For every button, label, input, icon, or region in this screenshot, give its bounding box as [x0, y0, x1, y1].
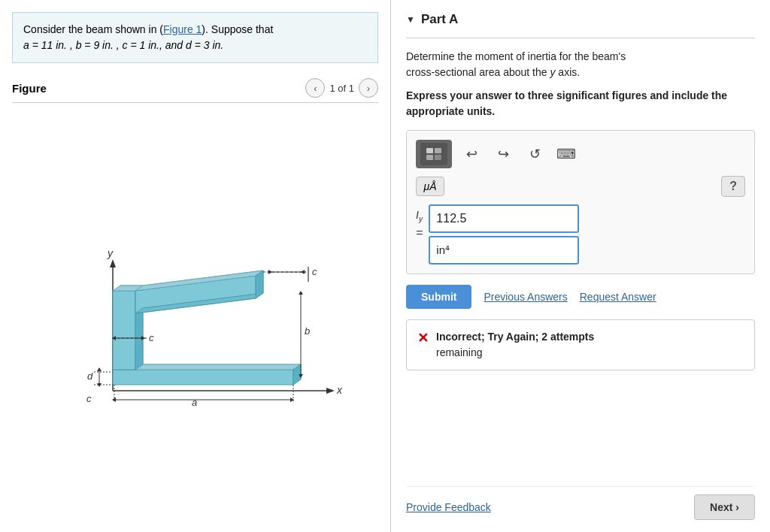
svg-rect-50 [435, 155, 441, 160]
svg-marker-24 [301, 270, 305, 274]
svg-marker-36 [97, 367, 102, 371]
svg-marker-1 [110, 259, 116, 268]
input-row: Iy = [416, 204, 745, 264]
svg-marker-3 [326, 388, 335, 394]
svg-rect-47 [426, 148, 433, 153]
svg-text:y: y [107, 247, 114, 259]
action-row: Submit Previous Answers Request Answer [406, 285, 755, 309]
svg-marker-23 [268, 270, 272, 274]
answer-box: ↩ ↪ ↺ ⌨ μÅ ? Iy = [406, 130, 755, 274]
figure-area: Figure ‹ 1 of 1 › y x [12, 71, 378, 520]
mu-button[interactable]: μÅ [416, 177, 444, 196]
previous-answers-link[interactable]: Previous Answers [484, 291, 567, 303]
feedback-box: ✕ Incorrect; Try Again; 2 attempts remai… [406, 319, 755, 370]
next-button[interactable]: Next › [694, 494, 755, 520]
figure-nav: ‹ 1 of 1 › [305, 78, 378, 98]
reset-icon[interactable]: ↺ [523, 142, 547, 166]
svg-text:c: c [149, 332, 154, 343]
equals-sign: = [416, 223, 423, 240]
svg-rect-48 [435, 148, 441, 153]
figure-divider [12, 102, 378, 103]
keyboard-icon[interactable]: ⌨ [554, 142, 578, 166]
provide-feedback-link[interactable]: Provide Feedback [406, 501, 491, 513]
svg-text:d: d [87, 370, 93, 382]
answer-input[interactable] [429, 204, 579, 233]
figure-next-button[interactable]: › [359, 78, 378, 98]
feedback-text: Incorrect; Try Again; 2 attempts remaini… [436, 329, 594, 361]
svg-text:b: b [305, 325, 310, 337]
svg-marker-7 [113, 370, 293, 385]
problem-text-after: ). Suppose that [202, 23, 273, 35]
inputs-col [429, 204, 579, 264]
figure-link[interactable]: Figure 1 [163, 23, 202, 35]
units-input[interactable] [429, 236, 579, 264]
math-values: a = 11 in. , b = 9 in. , c = 1 in., and … [23, 39, 223, 51]
svg-text:x: x [336, 384, 343, 396]
undo-icon[interactable]: ↩ [459, 142, 484, 166]
svg-marker-18 [256, 271, 263, 298]
svg-rect-49 [426, 155, 433, 160]
figure-canvas: y x [12, 110, 378, 520]
bottom-bar: Provide Feedback Next › [406, 486, 755, 520]
figure-header: Figure ‹ 1 of 1 › [12, 78, 378, 98]
part-header: ▼ Part A [406, 12, 755, 27]
answer-toolbar: ↩ ↪ ↺ ⌨ [416, 140, 745, 168]
left-panel: Consider the beam shown in (Figure 1). S… [0, 0, 391, 532]
incorrect-icon: ✕ [417, 330, 429, 346]
template-icon[interactable] [420, 143, 447, 165]
svg-marker-11 [113, 291, 135, 370]
svg-text:a: a [192, 397, 197, 408]
svg-text:c: c [86, 393, 92, 404]
problem-text-before: Consider the beam shown in ( [23, 23, 163, 35]
template-icon-group[interactable] [416, 140, 452, 168]
help-button[interactable]: ? [721, 176, 745, 197]
figure-nav-text: 1 of 1 [329, 83, 354, 94]
redo-icon[interactable]: ↪ [491, 142, 515, 166]
figure-prev-button[interactable]: ‹ [305, 78, 325, 98]
input-label: Iy = [416, 204, 423, 240]
beam-figure: y x [45, 210, 346, 421]
figure-label: Figure [12, 82, 47, 95]
request-answer-link[interactable]: Request Answer [580, 291, 656, 303]
right-panel: ▼ Part A Determine the moment of inertia… [391, 0, 770, 532]
part-title: Part A [421, 12, 458, 27]
svg-text:c: c [312, 266, 317, 277]
submit-button[interactable]: Submit [406, 285, 471, 309]
instruction-text: Express your answer to three significant… [406, 88, 755, 119]
part-divider [406, 38, 755, 38]
question-text: Determine the moment of inertia for the … [406, 49, 755, 80]
problem-statement: Consider the beam shown in (Figure 1). S… [12, 12, 378, 63]
collapse-arrow[interactable]: ▼ [406, 14, 415, 25]
svg-marker-27 [299, 291, 303, 295]
